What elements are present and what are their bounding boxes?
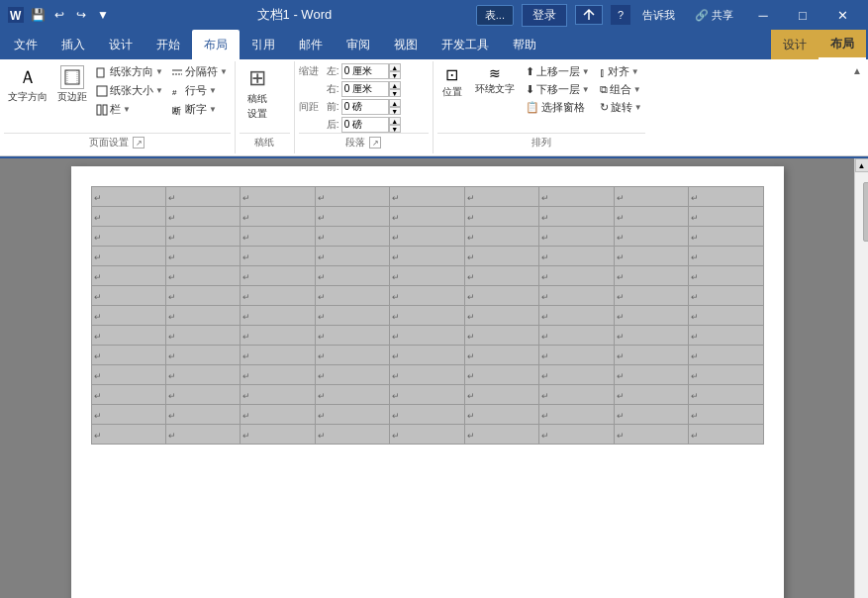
table-cell[interactable]: ↵ (315, 247, 389, 266)
undo-btn[interactable]: ↩ (49, 5, 69, 25)
table-cell[interactable]: ↵ (241, 247, 315, 266)
tab-review[interactable]: 审阅 (335, 30, 382, 59)
table-cell[interactable]: ↵ (390, 346, 464, 365)
table-cell[interactable]: ↵ (390, 286, 464, 306)
table-cell[interactable]: ↵ (91, 306, 165, 326)
table-cell[interactable]: ↵ (689, 266, 764, 286)
table-cell[interactable]: ↵ (614, 227, 688, 247)
tell-me-btn[interactable]: 告诉我 (634, 6, 683, 25)
table-cell[interactable]: ↵ (165, 425, 240, 445)
tab-layout[interactable]: 布局 (192, 30, 240, 59)
left-indent-input[interactable] (341, 63, 389, 79)
table-cell[interactable]: ↵ (539, 306, 614, 326)
table-cell[interactable]: ↵ (241, 306, 315, 326)
line-numbers-btn[interactable]: # 行号 ▼ (168, 82, 231, 99)
help-icon[interactable]: ? (611, 5, 630, 25)
table-cell[interactable]: ↵ (539, 425, 614, 445)
table-cell[interactable]: ↵ (390, 266, 464, 286)
table-cell[interactable]: ↵ (464, 425, 538, 445)
table-cell[interactable]: ↵ (689, 207, 764, 227)
table-cell[interactable]: ↵ (91, 187, 165, 207)
paragraph-dialog-launcher[interactable]: ↗ (369, 137, 381, 149)
table-cell[interactable]: ↵ (390, 227, 464, 247)
table-cell[interactable]: ↵ (539, 385, 614, 405)
table-cell[interactable]: ↵ (464, 385, 538, 405)
draft-settings-btn[interactable]: ⊞ 稿纸 设置 (240, 63, 275, 123)
table-row[interactable]: ↵↵↵↵↵↵↵↵↵ (91, 346, 763, 365)
table-cell[interactable]: ↵ (390, 365, 464, 385)
table-cell[interactable]: ↵ (390, 385, 464, 405)
table-cell[interactable]: ↵ (91, 247, 165, 266)
after-spacing-down[interactable]: ▼ (389, 125, 401, 133)
table-cell[interactable]: ↵ (241, 405, 315, 425)
table-row[interactable]: ↵↵↵↵↵↵↵↵↵ (91, 405, 763, 425)
table-cell[interactable]: ↵ (315, 425, 389, 445)
table-cell[interactable]: ↵ (464, 247, 538, 266)
after-spacing-up[interactable]: ▲ (389, 117, 401, 125)
table-cell[interactable]: ↵ (241, 187, 315, 207)
table-cell[interactable]: ↵ (464, 346, 538, 365)
table-cell[interactable]: ↵ (614, 207, 688, 227)
share-icon[interactable] (575, 5, 603, 25)
share-btn[interactable]: 🔗 共享 (687, 6, 741, 25)
table-cell[interactable]: ↵ (315, 326, 389, 346)
table-cell[interactable]: ↵ (315, 365, 389, 385)
breaks-btn[interactable]: 分隔符 ▼ (168, 63, 231, 80)
table-cell[interactable]: ↵ (165, 286, 240, 306)
table-row[interactable]: ↵↵↵↵↵↵↵↵↵ (91, 385, 763, 405)
table-cell[interactable]: ↵ (165, 227, 240, 247)
table-cell[interactable]: ↵ (614, 306, 688, 326)
table-cell[interactable]: ↵ (464, 306, 538, 326)
table-cell[interactable]: ↵ (390, 326, 464, 346)
table-cell[interactable]: ↵ (689, 385, 764, 405)
table-cell[interactable]: ↵ (315, 385, 389, 405)
left-indent-down[interactable]: ▼ (389, 71, 401, 79)
table-cell[interactable]: ↵ (165, 207, 240, 227)
align-btn[interactable]: ⫿ 对齐 ▼ (597, 63, 645, 80)
table-cell[interactable]: ↵ (165, 385, 240, 405)
table-cell[interactable]: ↵ (91, 365, 165, 385)
table-cell[interactable]: ↵ (390, 247, 464, 266)
table-cell[interactable]: ↵ (614, 286, 688, 306)
tab-view[interactable]: 视图 (382, 30, 430, 59)
hyphenation-btn[interactable]: 断 断字 ▼ (168, 101, 231, 118)
right-indent-up[interactable]: ▲ (389, 81, 401, 89)
table-cell[interactable]: ↵ (539, 266, 614, 286)
select-pane-btn[interactable]: 📋 选择窗格 (523, 99, 593, 116)
page-setup-dialog-launcher[interactable]: ↗ (133, 137, 145, 149)
table-cell[interactable]: ↵ (241, 227, 315, 247)
table-cell[interactable]: ↵ (165, 346, 240, 365)
tab-references[interactable]: 引用 (240, 30, 287, 59)
customize-qa-btn[interactable]: ▼ (93, 5, 113, 25)
table-cell[interactable]: ↵ (315, 286, 389, 306)
table-cell[interactable]: ↵ (464, 227, 538, 247)
table-row[interactable]: ↵↵↵↵↵↵↵↵↵ (91, 306, 763, 326)
save-btn[interactable]: 💾 (28, 5, 48, 25)
scroll-up-btn[interactable]: ▲ (855, 158, 869, 172)
table-cell[interactable]: ↵ (539, 247, 614, 266)
tab-design[interactable]: 设计 (97, 30, 145, 59)
right-indent-input[interactable] (341, 81, 389, 97)
table-cell[interactable]: ↵ (464, 405, 538, 425)
table-cell[interactable]: ↵ (539, 405, 614, 425)
table-cell[interactable]: ↵ (464, 286, 538, 306)
before-spacing-up[interactable]: ▲ (389, 99, 401, 107)
collapse-ribbon-btn[interactable]: ▲ (852, 61, 868, 153)
tab-file[interactable]: 文件 (2, 30, 49, 59)
table-cell[interactable]: ↵ (689, 306, 764, 326)
table-row[interactable]: ↵↵↵↵↵↵↵↵↵ (91, 326, 763, 346)
tab-home[interactable]: 开始 (145, 30, 192, 59)
table-cell[interactable]: ↵ (91, 286, 165, 306)
table-cell[interactable]: ↵ (614, 326, 688, 346)
table-cell[interactable]: ↵ (390, 425, 464, 445)
table-cell[interactable]: ↵ (91, 385, 165, 405)
table-row[interactable]: ↵↵↵↵↵↵↵↵↵ (91, 207, 763, 227)
table-cell[interactable]: ↵ (165, 306, 240, 326)
context-design-tab[interactable]: 设计 (771, 30, 819, 59)
table-cell[interactable]: ↵ (689, 247, 764, 266)
margins-btn[interactable]: 页边距 (53, 63, 91, 106)
table-row[interactable]: ↵↵↵↵↵↵↵↵↵ (91, 247, 763, 266)
table-cell[interactable]: ↵ (315, 266, 389, 286)
table-cell[interactable]: ↵ (91, 405, 165, 425)
table-cell[interactable]: ↵ (464, 266, 538, 286)
